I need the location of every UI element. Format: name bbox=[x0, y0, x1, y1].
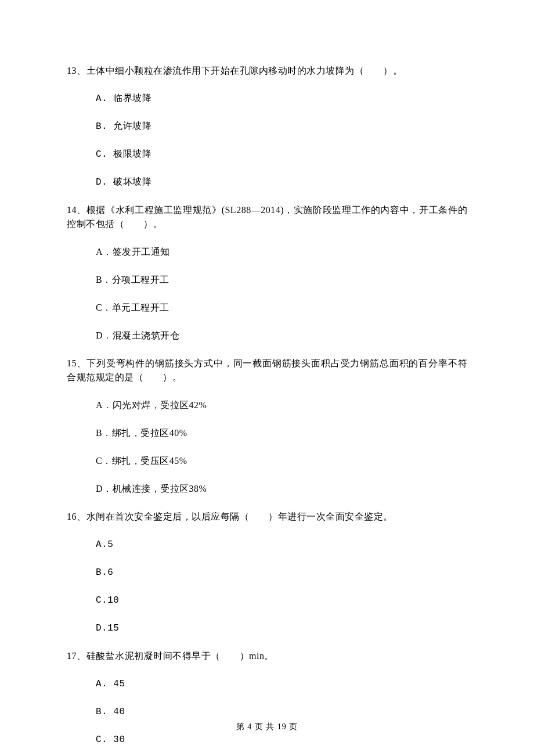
question-13-option-b: B. 允许坡降 bbox=[96, 120, 467, 134]
question-16-option-a: A.5 bbox=[96, 538, 467, 552]
question-14-option-d: D．混凝土浇筑开仓 bbox=[96, 329, 467, 343]
page-footer: 第 4 页 共 19 页 bbox=[0, 721, 534, 733]
question-17-option-b: B. 40 bbox=[96, 705, 467, 719]
question-16-option-c: C.10 bbox=[96, 593, 467, 607]
question-13-option-d: D. 破坏坡降 bbox=[96, 175, 467, 189]
question-15-option-a: A．闪光对焊，受拉区42% bbox=[96, 398, 467, 412]
question-15-option-c: C．绑扎，受压区45% bbox=[96, 454, 467, 468]
question-15-option-d: D．机械连接，受拉区38% bbox=[96, 482, 467, 496]
question-14-option-b: B．分项工程开工 bbox=[96, 273, 467, 287]
question-17-option-c: C. 30 bbox=[96, 733, 467, 747]
question-16-option-b: B.6 bbox=[96, 566, 467, 579]
question-15-option-b: B．绑扎，受拉区40% bbox=[96, 426, 467, 440]
question-13-option-a: A. 临界坡降 bbox=[96, 92, 467, 106]
question-17-stem: 17、硅酸盐水泥初凝时间不得早于（ ）min。 bbox=[67, 649, 467, 663]
question-14-stem: 14、根据《水利工程施工监理规范》(SL288—2014)，实施阶段监理工作的内… bbox=[67, 203, 467, 231]
question-16-stem: 16、水闸在首次安全鉴定后，以后应每隔（ ）年进行一次全面安全鉴定。 bbox=[67, 510, 467, 524]
question-14-option-c: C．单元工程开工 bbox=[96, 301, 467, 315]
question-13-stem: 13、土体中细小颗粒在渗流作用下开始在孔隙内移动时的水力坡降为（ ）。 bbox=[67, 64, 467, 78]
question-13-option-c: C. 极限坡降 bbox=[96, 147, 467, 161]
question-15-stem: 15、下列受弯构件的钢筋接头方式中，同一截面钢筋接头面积占受力钢筋总面积的百分率… bbox=[67, 357, 467, 384]
question-14-option-a: A．签发开工通知 bbox=[96, 245, 467, 259]
question-17-option-a: A. 45 bbox=[96, 677, 467, 691]
question-16-option-d: D.15 bbox=[96, 621, 467, 635]
